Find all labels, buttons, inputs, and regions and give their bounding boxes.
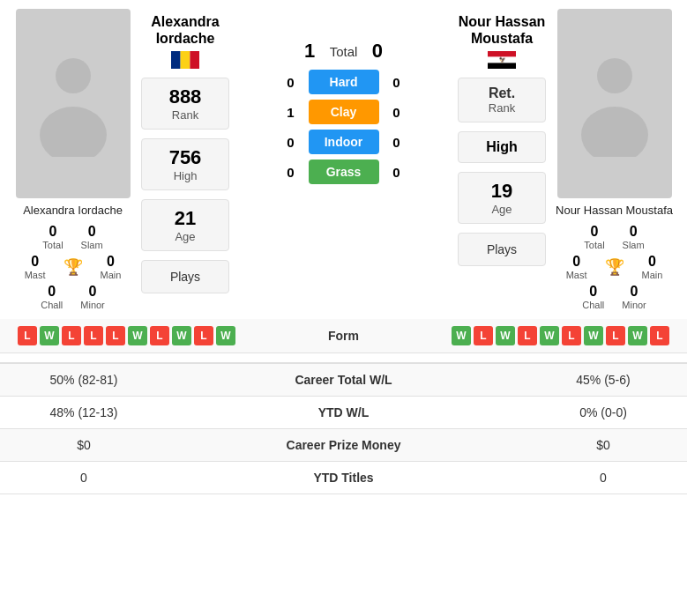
left-name-display: Alexandra Iordache bbox=[141, 13, 229, 69]
comp-label-3: YTD Titles bbox=[273, 471, 414, 485]
left-total-stat: 0 Total bbox=[42, 224, 63, 250]
comp-label-1: YTD W/L bbox=[273, 405, 414, 419]
clay-left-score: 1 bbox=[282, 105, 300, 120]
left-high-value: 756 bbox=[155, 146, 215, 169]
left-plays-label: Plays bbox=[170, 270, 200, 284]
svg-rect-4 bbox=[190, 51, 199, 69]
right-total-score: 0 bbox=[366, 40, 388, 63]
right-high-box: High bbox=[458, 131, 546, 163]
clay-right-score: 0 bbox=[388, 105, 406, 120]
form-badge-w: W bbox=[584, 326, 603, 345]
form-badge-l: L bbox=[106, 326, 125, 345]
indoor-right-score: 0 bbox=[388, 135, 406, 150]
svg-text:🦅: 🦅 bbox=[499, 56, 506, 63]
form-badge-l: L bbox=[518, 326, 537, 345]
comp-label-2: Career Prize Money bbox=[273, 438, 414, 452]
right-slam-stat: 0 Slam bbox=[623, 224, 645, 250]
svg-rect-2 bbox=[171, 51, 181, 69]
form-badge-w: W bbox=[540, 326, 559, 345]
left-rank-label: Rank bbox=[155, 108, 215, 122]
right-form-badges: WLWLWLWLWL bbox=[452, 326, 669, 345]
right-main-label: Main bbox=[642, 270, 663, 280]
total-label: Total bbox=[330, 44, 358, 59]
left-main-stat: 0 Main bbox=[101, 254, 122, 280]
form-badge-l: L bbox=[650, 326, 669, 345]
comp-right-2: $0 bbox=[537, 438, 669, 452]
surface-rows: 0 Hard 0 1 Clay 0 0 Indoor 0 0 Grass bbox=[238, 70, 449, 184]
right-stats-column: Nour Hassan Moustafa 🦅 Ret. Rank bbox=[458, 9, 546, 310]
grass-surface-btn: Grass bbox=[309, 160, 379, 184]
right-age-label: Age bbox=[472, 203, 532, 216]
left-age-box: 21 Age bbox=[141, 199, 229, 251]
right-player-wl-stats: 0 Total 0 Slam bbox=[584, 224, 644, 250]
form-badge-w: W bbox=[40, 326, 59, 345]
left-age-value: 21 bbox=[155, 207, 215, 230]
grass-left-score: 0 bbox=[282, 165, 300, 180]
comp-label-0: Career Total W/L bbox=[273, 373, 414, 387]
right-slam-num: 0 bbox=[630, 224, 638, 240]
right-main-stat: 0 Main bbox=[642, 254, 663, 280]
left-total-num: 0 bbox=[49, 224, 57, 240]
surface-clay-row: 1 Clay 0 bbox=[238, 100, 449, 124]
left-main-num: 0 bbox=[107, 254, 115, 270]
surface-indoor-row: 0 Indoor 0 bbox=[238, 130, 449, 154]
comp-right-0: 45% (5-6) bbox=[537, 373, 669, 387]
form-badge-l: L bbox=[562, 326, 581, 345]
comp-left-0: 50% (82-81) bbox=[18, 373, 150, 387]
left-chall-num: 0 bbox=[48, 284, 56, 300]
left-chall-label: Chall bbox=[41, 300, 63, 310]
form-badge-w: W bbox=[172, 326, 191, 345]
svg-point-10 bbox=[581, 107, 648, 157]
left-total-label: Total bbox=[42, 240, 63, 250]
right-total-stat: 0 Total bbox=[584, 224, 604, 250]
form-badge-l: L bbox=[606, 326, 625, 345]
left-player-panel: Alexandra Iordache 0 Total 0 Slam 0 Mast… bbox=[9, 9, 137, 310]
left-flag bbox=[141, 51, 229, 69]
hard-surface-btn: Hard bbox=[309, 70, 379, 94]
comp-left-2: $0 bbox=[18, 438, 150, 452]
right-player-panel: Nour Hassan Moustafa 0 Total 0 Slam 0 Ma… bbox=[550, 9, 678, 310]
comparison-section: 50% (82-81)Career Total W/L45% (5-6)48% … bbox=[0, 362, 687, 494]
form-badge-l: L bbox=[150, 326, 169, 345]
players-section: Alexandra Iordache 0 Total 0 Slam 0 Mast… bbox=[0, 0, 687, 319]
right-main-num: 0 bbox=[648, 254, 656, 270]
form-label: Form bbox=[273, 329, 414, 343]
right-high-value: High bbox=[472, 139, 532, 155]
left-trophy-row: 0 Mast 🏆 0 Main bbox=[25, 254, 122, 280]
right-rank-label: Rank bbox=[472, 101, 532, 115]
right-chall-label: Chall bbox=[582, 300, 604, 310]
left-rank-value: 888 bbox=[155, 85, 215, 108]
right-plays-label: Plays bbox=[487, 242, 517, 256]
right-flag: 🦅 bbox=[458, 51, 546, 69]
comparison-row-1: 48% (12-13)YTD W/L0% (0-0) bbox=[0, 397, 687, 429]
comp-right-1: 0% (0-0) bbox=[537, 405, 669, 419]
form-badge-l: L bbox=[84, 326, 103, 345]
indoor-surface-btn: Indoor bbox=[309, 130, 379, 154]
middle-scores: 1 Total 0 0 Hard 0 1 Clay 0 0 Indoor bbox=[234, 9, 453, 310]
left-main-label: Main bbox=[101, 270, 122, 280]
right-player-name: Nour Hassan Moustafa bbox=[556, 204, 673, 217]
left-age-label: Age bbox=[155, 230, 215, 243]
left-high-box: 756 High bbox=[141, 138, 229, 190]
left-slam-label: Slam bbox=[81, 240, 103, 250]
left-rank-box: 888 Rank bbox=[141, 78, 229, 130]
right-rank-box: Ret. Rank bbox=[458, 78, 546, 122]
left-minor-row: 0 Chall 0 Minor bbox=[41, 284, 105, 310]
hard-right-score: 0 bbox=[388, 75, 406, 90]
left-high-label: High bbox=[155, 169, 215, 182]
left-minor-stat: 0 Minor bbox=[80, 284, 105, 310]
right-chall-stat: 0 Chall bbox=[582, 284, 604, 310]
left-slam-stat: 0 Slam bbox=[81, 224, 103, 250]
hard-left-score: 0 bbox=[282, 75, 300, 90]
right-plays-box: Plays bbox=[458, 233, 546, 266]
form-badge-l: L bbox=[194, 326, 213, 345]
right-rank-value: Ret. bbox=[472, 85, 532, 101]
comp-left-3: 0 bbox=[18, 471, 150, 485]
clay-surface-btn: Clay bbox=[309, 100, 379, 124]
left-mast-num: 0 bbox=[31, 254, 39, 270]
left-stats-column: Alexandra Iordache 888 Rank 756 High bbox=[141, 9, 229, 310]
form-badge-w: W bbox=[216, 326, 235, 345]
surface-hard-row: 0 Hard 0 bbox=[238, 70, 449, 94]
form-badge-l: L bbox=[62, 326, 81, 345]
left-trophy-icon: 🏆 bbox=[63, 257, 83, 277]
